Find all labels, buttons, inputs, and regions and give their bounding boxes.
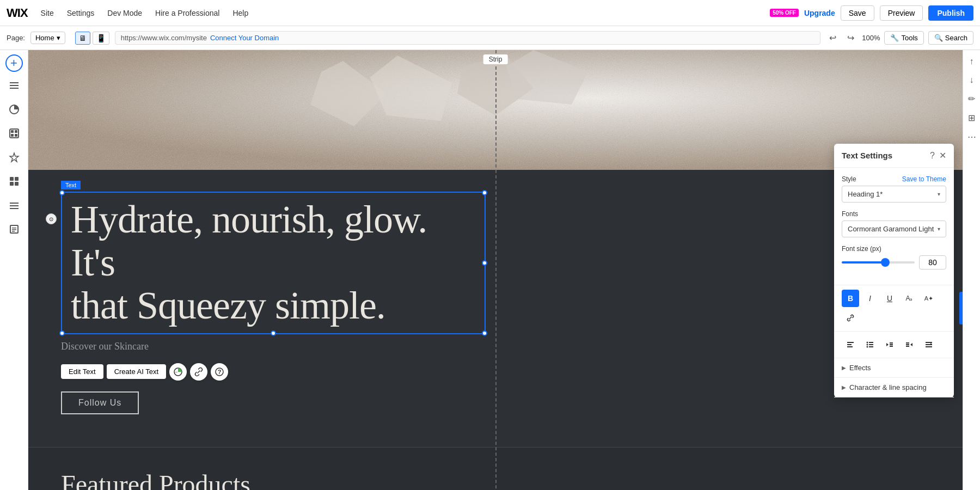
svg-rect-12 [10,182,14,186]
wix-logo: WIX [7,6,28,20]
page-selector[interactable]: Home ▾ [30,32,65,44]
edit-icon[interactable]: ✏ [966,91,977,106]
strip-label[interactable]: Strip [483,54,508,64]
svg-marker-9 [10,153,19,162]
handle-bottom-right[interactable] [482,330,487,336]
color-toggle-icon[interactable] [169,363,187,381]
style-select[interactable]: Heading 1* ▾ [842,186,946,203]
svg-rect-40 [847,346,853,347]
save-button[interactable]: Save [841,5,874,21]
grid-icon[interactable]: ⊞ [966,111,977,125]
redo-button[interactable]: ↪ [844,30,857,45]
nav-help[interactable]: Help [228,7,253,20]
hero-background [28,50,963,170]
nav-settings[interactable]: Settings [63,7,99,20]
search-button[interactable]: 🔍 Search [928,31,973,45]
page-select-arrow: ▾ [57,34,60,42]
align-left-button[interactable] [842,336,859,353]
fonts-select[interactable]: Cormorant Garamond Light ▾ [842,220,946,237]
sidebar-item-pages[interactable] [4,75,24,96]
rtl-button[interactable] [920,336,938,353]
link-text-button[interactable] [842,309,859,327]
font-size-input[interactable] [919,255,946,270]
help-icon[interactable]: ? [211,363,228,381]
dark-strip[interactable]: Text Hydrate, nourish, glow. It's that S… [28,170,963,447]
scroll-down-icon[interactable]: ↓ [967,73,976,87]
link-icon[interactable] [190,363,207,381]
page-label: Page: [7,34,25,42]
panel-header: Text Settings ? ✕ [834,144,954,168]
indent-left-button[interactable] [881,336,898,353]
handle-top-left[interactable] [59,190,65,195]
font-size-slider[interactable] [842,261,915,264]
desktop-device-icon[interactable]: 🖥 [75,32,90,45]
svg-rect-2 [10,88,19,89]
italic-button[interactable]: I [861,290,879,307]
effects-section: ▶ Effects [834,358,954,378]
effects-label: Effects [849,364,871,372]
nav-hire[interactable]: Hire a Professional [151,7,224,20]
panel-close-button[interactable]: ✕ [939,150,946,161]
nav-devmode[interactable]: Dev Mode [103,7,146,20]
list-button[interactable] [861,336,879,353]
publish-button[interactable]: Publish [928,5,973,21]
sidebar-item-elements[interactable] [4,171,24,192]
handle-top-right[interactable] [482,190,487,195]
svg-rect-52 [906,346,909,347]
preview-button[interactable]: Preview [880,5,923,21]
text-element-label: Text [61,181,81,189]
undo-button[interactable]: ↩ [826,30,840,45]
tools-button[interactable]: 🔧 Tools [884,31,923,45]
upgrade-button[interactable]: Upgrade [804,9,835,17]
zoom-level: 100% [862,34,880,42]
style-label: Style Save to Theme [842,175,946,183]
handle-bottom-center[interactable] [271,330,276,336]
edit-text-button[interactable]: Edit Text [61,364,103,379]
fonts-label: Fonts [842,210,946,218]
char-spacing-header[interactable]: ▶ Character & line spacing [842,383,946,391]
handle-bottom-left[interactable] [59,330,65,336]
font-slider-thumb[interactable] [881,258,890,267]
align-toolbar [834,332,954,358]
heading-line2: that Squeezy simple. [71,284,385,327]
mobile-device-icon[interactable]: 📱 [93,32,109,45]
text-box[interactable]: Text Hydrate, nourish, glow. It's that S… [61,192,486,334]
handle-middle-right[interactable] [482,260,487,266]
main-heading: Hydrate, nourish, glow. It's that Squeez… [71,198,476,328]
add-element-button[interactable]: + [5,54,23,72]
underline-button[interactable]: U [881,290,898,307]
anchor-point[interactable]: ⊙ [46,213,57,224]
url-text: https://www.wix.com/mysite [121,34,207,42]
font-color-button[interactable]: Aₐ [901,290,918,307]
scroll-up-icon[interactable]: ↑ [967,54,976,69]
canvas-area[interactable]: Strip Text Hydrate, nourish, g [28,50,963,490]
text-shadow-button[interactable]: A✦ [920,290,938,307]
connect-domain-link[interactable]: Connect Your Domain [210,34,279,42]
fonts-row: Fonts Cormorant Garamond Light ▾ [842,210,946,237]
svg-rect-11 [15,177,19,181]
create-ai-text-button[interactable]: Create AI Text [107,364,166,379]
sub-text: Discover our Skincare [61,341,930,352]
svg-rect-1 [10,85,19,86]
panel-help-button[interactable]: ? [930,151,935,161]
indent-right-button[interactable] [901,336,918,353]
svg-rect-5 [11,130,14,133]
hero-strip[interactable]: Strip [28,50,963,170]
nav-site[interactable]: Site [36,7,58,20]
tools-label: Tools [901,34,917,42]
more-icon[interactable]: ⋯ [965,130,978,144]
heading-line1: Hydrate, nourish, glow. It's [71,198,427,284]
sidebar-item-layers[interactable] [4,195,24,216]
sidebar-item-blog[interactable] [4,219,24,240]
sidebar-item-media[interactable] [4,123,24,144]
svg-rect-13 [15,182,19,186]
svg-rect-6 [15,130,17,133]
main-layout: + [0,50,980,490]
badge-50off: 50% OFF [770,9,799,17]
sidebar-item-design[interactable] [4,99,24,120]
bold-button[interactable]: B [842,290,859,307]
follow-us-button[interactable]: Follow Us [61,391,139,414]
sidebar-item-apps[interactable] [4,147,24,168]
save-to-theme-link[interactable]: Save to Theme [902,175,946,183]
effects-header[interactable]: ▶ Effects [842,364,946,372]
